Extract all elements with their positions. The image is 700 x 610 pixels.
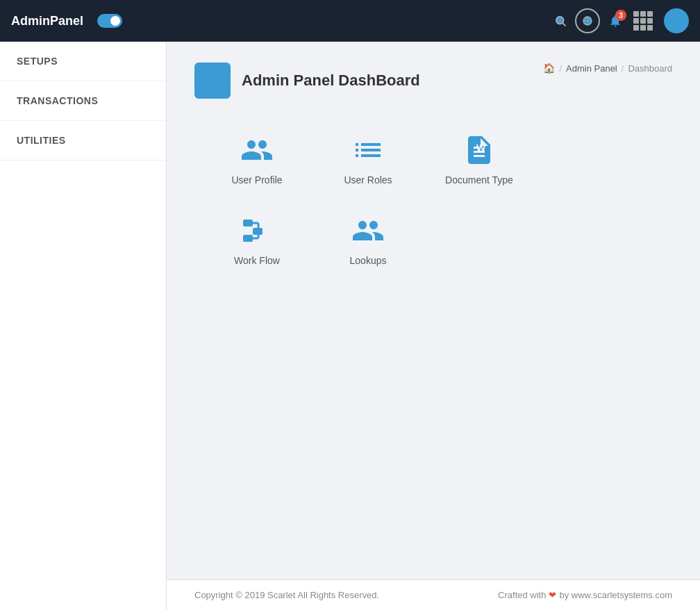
lookups-label: Lookups [350,254,387,267]
breadcrumb: 🏠 / Admin Panel / Dashboard [543,63,672,74]
svg-rect-9 [243,220,253,226]
content-inner: Admin Panel DashBoard 🏠 / Admin Panel / … [167,42,700,579]
sidebar-item-transactions[interactable]: TRANSACTIONS [0,81,166,121]
target-button[interactable] [575,8,600,33]
work-flow-label: Work Flow [234,254,280,267]
notification-badge: 3 [615,10,626,21]
grid-icon [633,11,653,31]
lookups-icon [351,214,385,247]
footer-crafted-by: by www.scarletsystems.com [559,590,672,600]
brand-name: AdminPanel [11,14,83,28]
sidebar: SETUPS TRANSACTIONS UTILITIES [0,42,167,610]
main-layout: SETUPS TRANSACTIONS UTILITIES Admin Pane… [0,42,700,610]
breadcrumb-sep-2: / [622,63,624,74]
breadcrumb-home-icon: 🏠 [543,63,555,74]
user-profile-icon [240,133,274,167]
document-type-label: Document Type [445,174,513,186]
svg-point-0 [556,17,564,24]
tiles-row-1: User Profile User Roles [194,133,672,186]
svg-point-3 [587,20,588,21]
user-roles-label: User Roles [344,174,392,186]
tile-user-roles[interactable]: User Roles [333,133,403,186]
tiles-row-2: Work Flow Lookups [194,214,672,267]
tile-work-flow[interactable]: Work Flow [222,214,292,267]
svg-line-1 [562,23,565,26]
user-avatar[interactable] [664,8,689,33]
breadcrumb-admin-panel: Admin Panel [566,63,617,74]
user-roles-icon [351,133,385,167]
breadcrumb-dashboard: Dashboard [628,63,672,74]
footer-crafted-text: Crafted with [498,590,546,600]
sidebar-item-setups[interactable]: SETUPS [0,42,166,81]
content-area: Admin Panel DashBoard 🏠 / Admin Panel / … [167,42,700,610]
top-navigation: AdminPanel 3 [0,0,700,42]
work-flow-icon [240,214,274,247]
apps-grid-button[interactable] [631,8,656,33]
tile-user-profile[interactable]: User Profile [222,133,292,186]
svg-text:W: W [476,142,486,154]
sidebar-item-utilities[interactable]: UTILITIES [0,121,166,160]
page-icon [194,63,231,99]
svg-rect-11 [243,235,253,242]
tile-document-type[interactable]: W Document Type [444,133,514,186]
page-title: Admin Panel DashBoard [242,72,420,90]
tile-lookups[interactable]: Lookups [333,214,403,267]
search-button[interactable] [554,15,567,27]
dashboard-tiles: User Profile User Roles [194,126,672,267]
heart-icon: ❤ [549,590,556,600]
notifications-button[interactable]: 3 [608,14,622,28]
breadcrumb-sep-1: / [559,63,562,74]
footer-crafted: Crafted with ❤ by www.scarletsystems.com [498,590,672,600]
page-title-area: Admin Panel DashBoard [194,63,420,99]
page-header: Admin Panel DashBoard 🏠 / Admin Panel / … [194,63,672,99]
document-type-icon: W [462,133,496,167]
user-profile-label: User Profile [231,174,282,186]
sidebar-toggle[interactable] [97,14,122,28]
footer: Copyright © 2019 Scarlet All Rights Rese… [167,579,700,610]
footer-copyright: Copyright © 2019 Scarlet All Rights Rese… [194,590,379,600]
